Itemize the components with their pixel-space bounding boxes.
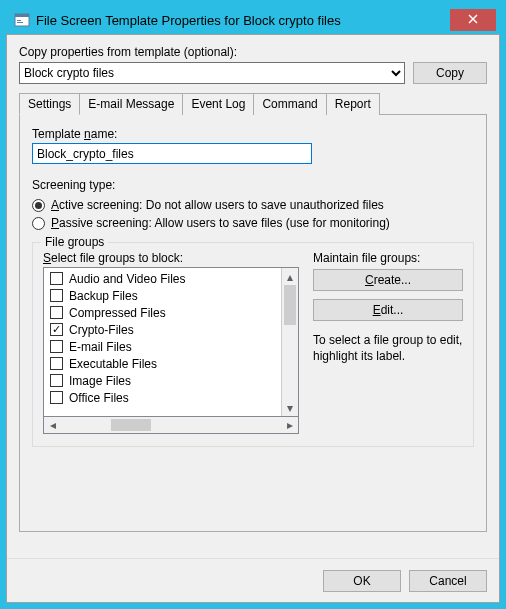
tab-settings[interactable]: Settings bbox=[19, 93, 80, 115]
list-item[interactable]: Compressed Files bbox=[44, 304, 281, 321]
template-select[interactable]: Block crypto files bbox=[19, 62, 405, 84]
scroll-up-icon[interactable]: ▴ bbox=[282, 268, 298, 285]
create-button[interactable]: Create... bbox=[313, 269, 463, 291]
client-area: Copy properties from template (optional)… bbox=[6, 34, 500, 603]
help-text: To select a file group to edit, highligh… bbox=[313, 333, 463, 364]
scroll-right-icon[interactable]: ▸ bbox=[281, 417, 298, 433]
horizontal-scrollbar[interactable]: ◂ ▸ bbox=[43, 417, 299, 434]
copy-button[interactable]: Copy bbox=[413, 62, 487, 84]
tab-report[interactable]: Report bbox=[326, 93, 380, 115]
tab-control: Settings E-mail Message Event Log Comman… bbox=[19, 92, 487, 532]
checkbox-icon bbox=[50, 374, 63, 387]
checkbox-icon bbox=[50, 357, 63, 370]
svg-rect-3 bbox=[17, 22, 23, 23]
screening-type-label: Screening type: bbox=[32, 178, 474, 192]
passive-screening-label: Passive screening: Allow users to save f… bbox=[51, 216, 390, 230]
list-item[interactable]: Audio and Video Files bbox=[44, 270, 281, 287]
tab-email-message[interactable]: E-mail Message bbox=[79, 93, 183, 115]
edit-button[interactable]: Edit... bbox=[313, 299, 463, 321]
list-item[interactable]: Image Files bbox=[44, 372, 281, 389]
vertical-scrollbar[interactable]: ▴ ▾ bbox=[281, 268, 298, 416]
tab-row: Settings E-mail Message Event Log Comman… bbox=[19, 92, 487, 114]
list-item[interactable]: Office Files bbox=[44, 389, 281, 406]
checkbox-icon bbox=[50, 289, 63, 302]
dialog-window: File Screen Template Properties for Bloc… bbox=[6, 6, 500, 603]
scroll-down-icon[interactable]: ▾ bbox=[282, 399, 298, 416]
radio-icon bbox=[32, 217, 45, 230]
window-title: File Screen Template Properties for Bloc… bbox=[36, 13, 450, 28]
list-item[interactable]: Crypto-Files bbox=[44, 321, 281, 338]
close-button[interactable] bbox=[450, 9, 496, 31]
select-file-groups-label: Select file groups to block: bbox=[43, 251, 299, 265]
title-bar: File Screen Template Properties for Bloc… bbox=[6, 6, 500, 34]
scroll-left-icon[interactable]: ◂ bbox=[44, 417, 61, 433]
list-item[interactable]: Backup Files bbox=[44, 287, 281, 304]
copy-template-label: Copy properties from template (optional)… bbox=[19, 45, 405, 59]
checkbox-icon bbox=[50, 323, 63, 336]
active-screening-label: Active screening: Do not allow users to … bbox=[51, 198, 384, 212]
checkbox-icon bbox=[50, 272, 63, 285]
active-screening-radio[interactable]: Active screening: Do not allow users to … bbox=[32, 198, 474, 212]
tab-event-log[interactable]: Event Log bbox=[182, 93, 254, 115]
radio-icon bbox=[32, 199, 45, 212]
scroll-thumb[interactable] bbox=[284, 285, 296, 325]
maintain-file-groups-label: Maintain file groups: bbox=[313, 251, 463, 265]
passive-screening-radio[interactable]: Passive screening: Allow users to save f… bbox=[32, 216, 474, 230]
copy-template-row: Copy properties from template (optional)… bbox=[19, 45, 487, 84]
list-item[interactable]: E-mail Files bbox=[44, 338, 281, 355]
file-groups-listbox[interactable]: Audio and Video Files Backup Files Compr… bbox=[43, 267, 299, 417]
tab-command[interactable]: Command bbox=[253, 93, 326, 115]
template-name-input[interactable] bbox=[32, 143, 312, 164]
file-groups-legend: File groups bbox=[41, 235, 108, 249]
file-groups-groupbox: File groups Select file groups to block:… bbox=[32, 242, 474, 447]
list-item[interactable]: Executable Files bbox=[44, 355, 281, 372]
checkbox-icon bbox=[50, 391, 63, 404]
scroll-thumb[interactable] bbox=[111, 419, 151, 431]
dialog-button-row: OK Cancel bbox=[7, 558, 499, 602]
tab-panel-settings: Template name: Screening type: Active sc… bbox=[19, 114, 487, 532]
template-name-label: Template name: bbox=[32, 127, 474, 141]
ok-button[interactable]: OK bbox=[323, 570, 401, 592]
cancel-button[interactable]: Cancel bbox=[409, 570, 487, 592]
svg-rect-1 bbox=[15, 14, 29, 17]
checkbox-icon bbox=[50, 340, 63, 353]
close-icon bbox=[468, 13, 478, 27]
app-icon bbox=[14, 12, 30, 28]
checkbox-icon bbox=[50, 306, 63, 319]
svg-rect-2 bbox=[17, 20, 21, 21]
